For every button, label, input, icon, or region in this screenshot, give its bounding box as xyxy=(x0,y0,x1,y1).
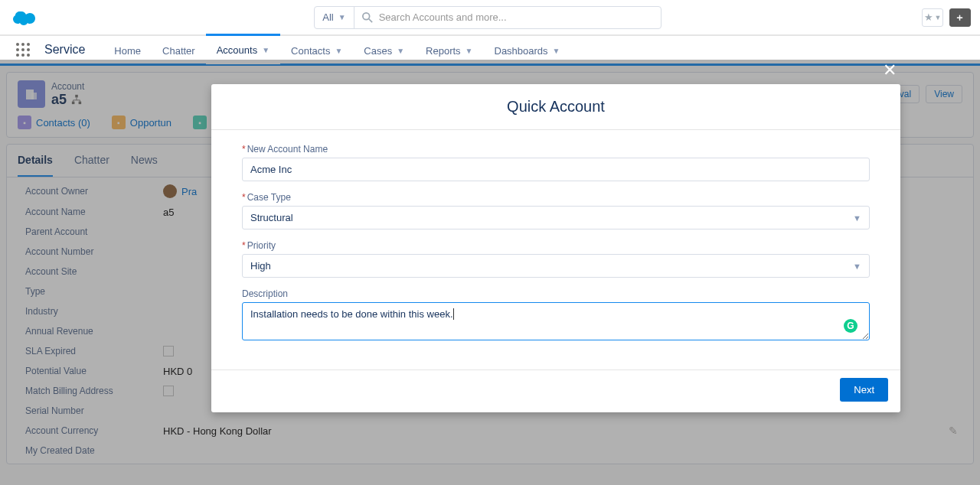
favorite-button[interactable]: ★▼ xyxy=(922,8,943,27)
svg-point-2 xyxy=(16,43,19,46)
svg-point-10 xyxy=(27,54,30,57)
chevron-down-icon: ▼ xyxy=(853,262,861,271)
search-scope-label: All xyxy=(322,11,333,23)
chevron-down-icon: ▼ xyxy=(935,14,942,21)
app-name: Service xyxy=(44,43,85,57)
close-icon[interactable]: ✕ xyxy=(880,61,899,80)
svg-point-7 xyxy=(27,48,30,51)
case-type-select[interactable]: Structural ▼ xyxy=(242,206,870,229)
description-textarea[interactable]: Installation needs to be done within thi… xyxy=(242,302,870,340)
svg-point-0 xyxy=(363,12,370,19)
search-icon xyxy=(362,12,373,23)
svg-point-3 xyxy=(21,43,24,46)
description-label: Description xyxy=(242,288,870,299)
add-tab-button[interactable]: ＋ xyxy=(949,8,971,27)
chevron-down-icon: ▼ xyxy=(338,13,346,21)
chevron-down-icon: ▼ xyxy=(335,47,342,55)
chevron-down-icon: ▼ xyxy=(853,213,861,223)
svg-point-4 xyxy=(27,43,30,46)
case-type-label: *Case Type xyxy=(242,192,870,203)
chevron-down-icon: ▼ xyxy=(553,47,560,55)
chevron-down-icon: ▼ xyxy=(397,47,404,55)
svg-line-1 xyxy=(368,18,371,21)
svg-point-5 xyxy=(16,48,19,51)
chevron-down-icon: ▼ xyxy=(466,47,473,55)
star-icon: ★ xyxy=(924,11,933,23)
chevron-down-icon: ▼ xyxy=(262,46,270,54)
app-launcher-icon[interactable] xyxy=(15,42,31,57)
account-name-input[interactable] xyxy=(242,158,870,181)
modal-header: Quick Account xyxy=(211,84,900,130)
svg-point-6 xyxy=(21,48,24,51)
quick-account-modal: Quick Account *New Account Name *Case Ty… xyxy=(211,84,900,412)
header-tools: ★▼ ＋ xyxy=(922,8,971,27)
search-input[interactable]: Search Accounts and more... xyxy=(354,11,661,23)
account-name-label: *New Account Name xyxy=(242,144,870,155)
search-placeholder: Search Accounts and more... xyxy=(379,11,507,23)
priority-label: *Priority xyxy=(242,240,870,251)
global-search: All ▼ Search Accounts and more... xyxy=(314,6,661,29)
svg-point-8 xyxy=(16,54,19,57)
next-button[interactable]: Next xyxy=(840,378,888,402)
search-scope-picker[interactable]: All ▼ xyxy=(315,7,354,28)
priority-select[interactable]: High ▼ xyxy=(242,254,870,278)
salesforce-cloud-logo xyxy=(9,7,40,28)
modal-title: Quick Account xyxy=(225,98,887,116)
svg-point-9 xyxy=(21,54,24,57)
grammarly-icon[interactable]: G xyxy=(844,319,858,333)
global-header: All ▼ Search Accounts and more... ★▼ ＋ xyxy=(0,0,980,35)
